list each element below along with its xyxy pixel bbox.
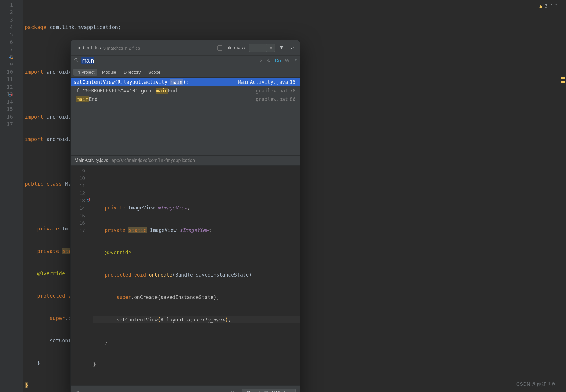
override-up-icon[interactable] [9,92,13,99]
file-mask-input[interactable] [249,44,267,52]
search-input[interactable]: main [81,57,260,64]
line-no: 12 [0,83,13,91]
tab-directory[interactable]: Directory [121,69,144,76]
line-no: 5 [0,31,13,38]
search-row: main × ↻ Cc W .* [71,56,300,67]
regex-toggle[interactable]: .* [294,58,297,64]
file-mask-dropdown[interactable]: ▾ [267,44,275,52]
line-no: 4 [0,24,13,31]
svg-line-14 [78,391,79,391]
line-number-gutter: 1 2 3 4 5 6 7 8 9 10 11 12 13 14 15 16 1… [0,0,16,392]
svg-point-5 [87,199,89,201]
dialog-subtitle: 3 matches in 2 files [103,46,140,51]
search-icon [74,58,79,64]
filter-icon[interactable] [278,45,285,51]
line-no: 10 [0,68,13,76]
tab-scope[interactable]: Scope [146,69,164,76]
pin-icon[interactable] [288,45,296,51]
line-no: 3 [0,16,13,24]
match-case-toggle[interactable]: Cc [275,58,281,64]
dialog-footer: ⌘↩ Open in Find Window [71,385,300,392]
preview-icon-gutter [87,167,92,383]
fold-gutter [16,0,23,392]
preview-path-text: app/src/main/java/com/link/myapplication [111,158,195,163]
next-highlight-icon[interactable]: ˅ [555,3,557,9]
preview-file-path: MainActivity.java app/src/main/java/com/… [71,155,300,166]
preview-line-gutter: 9 10 11 12 13 14 15 16 17 [71,167,87,383]
svg-point-3 [75,58,77,61]
shortcut-hint: ⌘↩ [230,391,239,392]
structure-icon[interactable] [9,55,13,62]
settings-icon[interactable] [75,390,80,392]
override-up-icon[interactable] [87,198,91,203]
find-in-files-dialog: Find in Files 3 matches in 2 files File … [70,40,300,392]
warning-count: 3 [545,3,548,9]
watermark: CSDN @你好世界、 [516,381,561,387]
tab-in-project[interactable]: In Project [73,69,97,76]
svg-rect-1 [11,58,13,59]
svg-line-11 [75,391,76,391]
warning-icon[interactable]: ▲ [539,3,542,9]
line-no: 15 [0,106,13,113]
result-row[interactable]: :mainEnd gradlew.bat 86 [71,95,300,104]
dialog-title: Find in Files [75,45,101,51]
scope-tabs: In Project Module Directory Scope [71,67,300,78]
open-in-find-window-button[interactable]: Open in Find Window [242,389,296,392]
error-stripe[interactable] [561,0,566,392]
tab-module[interactable]: Module [99,69,119,76]
line-no: 2 [0,9,13,16]
svg-line-4 [77,61,78,62]
words-toggle[interactable]: W [285,58,290,64]
preview-code: private ImageView mImageView; private st… [92,167,300,383]
result-row[interactable]: setContentView(R.layout.activity_main); … [71,78,300,86]
line-no: 1 [0,1,13,9]
inspection-bar: ▲ 3 ˄ ˅ [539,3,557,9]
file-mask-checkbox[interactable] [217,45,222,51]
preview-filename: MainActivity.java [75,158,108,163]
svg-rect-0 [9,57,11,58]
file-mask-label: File mask: [225,45,246,51]
history-icon[interactable]: ↻ [267,58,271,64]
line-no: 6 [0,38,13,46]
line-no: 11 [0,76,13,83]
results-list: setContentView(R.layout.activity_main); … [71,78,300,155]
svg-point-2 [9,95,11,97]
line-no: 17 [0,121,13,128]
result-row[interactable]: if "%ERRORLEVEL%"=="0" goto mainEnd grad… [71,86,300,95]
prev-highlight-icon[interactable]: ˄ [550,3,553,9]
line-no: 16 [0,113,13,121]
line-no: 7 [0,46,13,53]
clear-icon[interactable]: × [260,58,263,64]
preview-pane[interactable]: 9 10 11 12 13 14 15 16 17 private ImageV… [71,166,300,385]
dialog-header: Find in Files 3 matches in 2 files File … [71,40,300,56]
